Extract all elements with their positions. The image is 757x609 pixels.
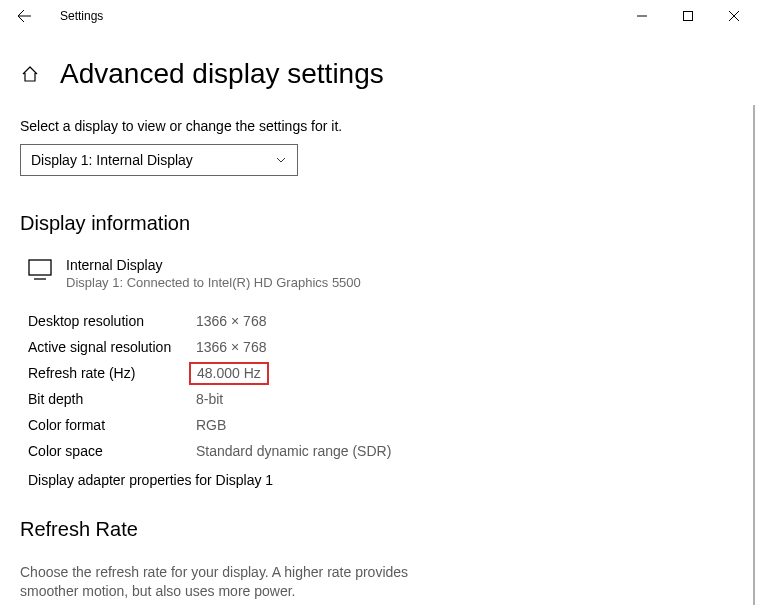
- display-connection: Display 1: Connected to Intel(R) HD Grap…: [66, 275, 361, 290]
- display-info-heading: Display information: [20, 212, 737, 235]
- scrollbar[interactable]: [753, 105, 755, 605]
- svg-rect-0: [684, 12, 693, 21]
- minimize-icon: [637, 11, 647, 21]
- chevron-down-icon: [275, 154, 287, 166]
- value-color-format: RGB: [196, 417, 226, 433]
- label-refresh-rate: Refresh rate (Hz): [28, 365, 196, 381]
- label-active-resolution: Active signal resolution: [28, 339, 196, 355]
- table-row: Color space Standard dynamic range (SDR): [28, 438, 737, 464]
- label-desktop-resolution: Desktop resolution: [28, 313, 196, 329]
- minimize-button[interactable]: [619, 0, 665, 32]
- window-title: Settings: [60, 9, 103, 23]
- maximize-button[interactable]: [665, 0, 711, 32]
- home-icon[interactable]: [20, 65, 40, 83]
- value-color-space: Standard dynamic range (SDR): [196, 443, 391, 459]
- display-selector-dropdown[interactable]: Display 1: Internal Display: [20, 144, 298, 176]
- page-title: Advanced display settings: [60, 58, 384, 90]
- table-row: Refresh rate (Hz) 48.000 Hz: [28, 360, 737, 386]
- refresh-rate-heading: Refresh Rate: [20, 518, 737, 541]
- value-bit-depth: 8-bit: [196, 391, 223, 407]
- display-name: Internal Display: [66, 257, 361, 273]
- label-bit-depth: Bit depth: [28, 391, 196, 407]
- close-button[interactable]: [711, 0, 757, 32]
- close-icon: [729, 11, 739, 21]
- label-color-space: Color space: [28, 443, 196, 459]
- intro-text: Select a display to view or change the s…: [20, 118, 737, 134]
- maximize-icon: [683, 11, 693, 21]
- refresh-rate-description: Choose the refresh rate for your display…: [20, 563, 430, 601]
- dropdown-selected: Display 1: Internal Display: [31, 152, 193, 168]
- svg-rect-1: [29, 260, 51, 275]
- value-desktop-resolution: 1366 × 768: [196, 313, 266, 329]
- label-color-format: Color format: [28, 417, 196, 433]
- value-refresh-rate: 48.000 Hz: [189, 362, 269, 385]
- value-active-resolution: 1366 × 768: [196, 339, 266, 355]
- table-row: Desktop resolution 1366 × 768: [28, 308, 737, 334]
- adapter-properties-link[interactable]: Display adapter properties for Display 1: [20, 472, 737, 488]
- monitor-icon: [28, 257, 52, 290]
- table-row: Active signal resolution 1366 × 768: [28, 334, 737, 360]
- back-button[interactable]: [8, 0, 40, 32]
- table-row: Bit depth 8-bit: [28, 386, 737, 412]
- table-row: Color format RGB: [28, 412, 737, 438]
- arrow-left-icon: [16, 8, 32, 24]
